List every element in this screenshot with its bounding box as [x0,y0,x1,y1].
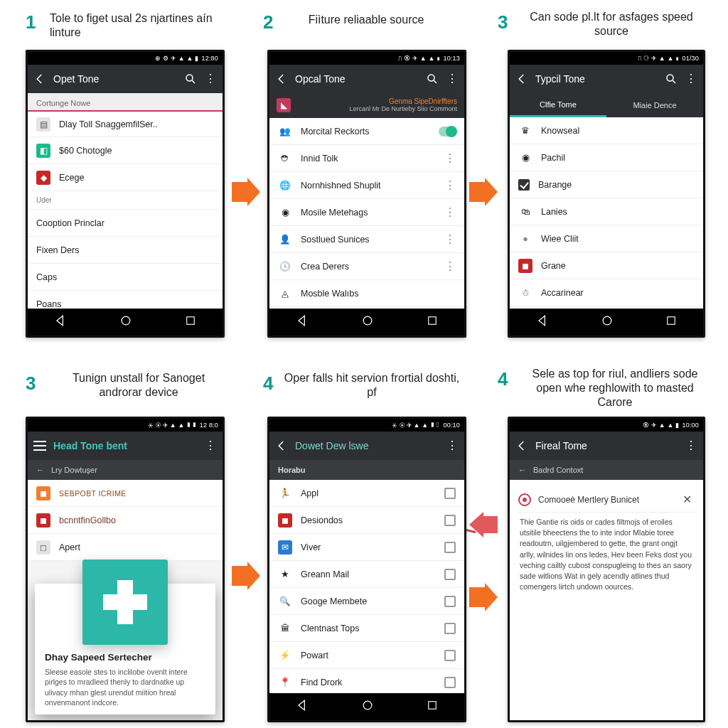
search-icon[interactable] [426,73,439,85]
nav-home-icon[interactable] [360,314,375,331]
list-item[interactable]: Fixen Ders [28,237,223,264]
list-item[interactable]: Poans [28,291,223,309]
status-time: 12:80 [201,55,218,62]
list-item[interactable]: ◻Apert [28,534,223,561]
list-item[interactable]: ●Wiee Cliit [510,225,703,252]
list-item-label: Find Drork [301,678,436,687]
list-item[interactable]: ◼bcnntfinGollbo [28,507,223,534]
back-icon[interactable] [33,73,46,85]
list-item[interactable]: ◉Mosile Metehags⋮ [269,199,464,226]
item-menu-icon[interactable]: ⋮ [439,153,456,164]
list-item[interactable]: ⛑Innid Tolk⋮ [269,145,464,172]
nav-back-icon[interactable] [295,314,309,331]
search-icon[interactable] [665,73,678,85]
list-item[interactable]: ★Greann Mail [269,561,464,588]
toggle-switch[interactable] [439,127,456,136]
item-menu-icon[interactable]: ⋮ [439,180,456,191]
sub-bar: ← Badrd Contoxt [510,460,703,480]
back-icon[interactable]: ← [518,466,526,474]
svg-rect-15 [429,702,437,710]
promo-banner[interactable]: ◣ Genma SipeDnirffters Lercanl Mr De Nur… [269,93,464,118]
checkbox[interactable] [444,650,456,661]
overflow-icon[interactable]: ⋮ [685,439,697,452]
search-icon[interactable] [184,73,197,85]
list-item[interactable]: ◧$60 Chotogle [28,137,223,164]
overflow-icon[interactable]: ⋮ [204,439,217,452]
tab-b[interactable]: Miaie Dence [606,93,703,117]
nav-back-icon[interactable] [53,314,68,331]
list-item[interactable]: Cooption Princlar [28,210,223,237]
back-icon[interactable] [275,73,288,85]
list-item-label: Desiondos [301,515,436,525]
list-item-label: Caps [36,272,214,282]
list-item[interactable]: 🕓Crea Derers⋮ [269,253,464,280]
list-item[interactable]: 🔍Googe Membete [269,588,464,615]
close-icon[interactable]: ✕ [682,493,692,506]
list-item[interactable]: 🛍Lanies [510,198,703,225]
overflow-icon[interactable]: ⋮ [446,439,459,452]
list-item-label: Apert [59,542,214,552]
back-icon[interactable] [515,73,528,85]
wallet-icon: ◧ [36,144,50,158]
list-item[interactable]: Uder [28,191,223,210]
avatar-icon: 👤 [278,232,292,247]
back-icon[interactable]: ← [36,466,44,474]
checkbox[interactable] [444,515,456,526]
list-item[interactable]: 👥Morcital Reckorts [269,118,464,145]
list-item[interactable]: 🏛Clentnast Tops [269,615,464,642]
nav-back-icon[interactable] [535,314,550,331]
svg-point-11 [667,75,673,81]
list-item[interactable]: ◉Pachil [510,144,703,171]
list-item[interactable]: 📍Find Drork [269,669,464,693]
list-item[interactable]: 🌐Nornhishned Shuplit⋮ [269,172,464,199]
list-item[interactable]: 👤Sostlued Sunices⋮ [269,226,464,253]
checkbox-icon[interactable] [518,179,530,191]
sub-title: Lry Dowtuşer [51,466,97,474]
app-bar: Opcal Tone ⋮ [269,65,464,93]
list-item[interactable]: ◼Desiondos [269,507,464,534]
checkbox[interactable] [444,677,456,688]
list-item[interactable]: ◆Ecege [28,164,223,191]
nav-back-icon[interactable] [295,698,309,715]
list-item[interactable]: ◼Grane [510,252,703,279]
list: ▤Dlay Toll SnaggemfilSer.. ◧$60 Chotogle… [28,110,223,309]
nav-home-icon[interactable] [360,698,375,715]
item-menu-icon[interactable]: ⋮ [439,234,456,245]
hamburger-icon[interactable] [33,441,46,451]
svg-point-6 [122,316,130,325]
overflow-icon[interactable]: ⋮ [446,73,459,85]
checkbox[interactable] [444,596,456,607]
list-item[interactable]: ☃Accarinear [510,279,703,306]
checkbox[interactable] [444,542,456,553]
list-item[interactable]: Caps [28,264,223,291]
back-icon[interactable] [275,439,288,452]
triangle-icon: ◬ [278,287,292,301]
checkbox[interactable] [444,623,456,634]
list-item[interactable]: ◼SEBPOBT ICRIME [28,480,223,507]
nav-recent-icon[interactable] [426,699,439,714]
nav-home-icon[interactable] [119,314,133,331]
arrow-back-icon [469,510,498,539]
overflow-icon[interactable]: ⋮ [685,73,697,85]
checkbox[interactable] [444,569,456,580]
checkbox[interactable] [444,488,456,499]
nav-recent-icon[interactable] [426,314,439,330]
list-item[interactable]: ◬Mosble Walıbs [269,280,464,307]
nav-recent-icon[interactable] [184,314,197,330]
nav-home-icon[interactable] [600,314,614,331]
list-item[interactable]: ♛Knowseal [510,117,703,144]
list-item[interactable]: Barange [510,171,703,198]
item-menu-icon[interactable]: ⋮ [439,261,456,272]
tab-a[interactable]: Clfie Tome [510,93,606,117]
list-item-label: Googe Membete [301,596,436,606]
list-item[interactable]: 🏃Appl [269,480,464,507]
svg-rect-13 [668,317,675,325]
overflow-icon[interactable]: ⋮ [204,73,217,85]
nav-recent-icon[interactable] [665,314,678,330]
item-menu-icon[interactable]: ⋮ [439,207,456,218]
list-item[interactable]: ✉Viver [269,534,464,561]
back-icon[interactable] [515,439,528,452]
arrow-icon [232,562,260,590]
list-item[interactable]: ▤Dlay Toll SnaggemfilSer.. [28,110,223,137]
list-item[interactable]: ⚡Powart [269,642,464,669]
